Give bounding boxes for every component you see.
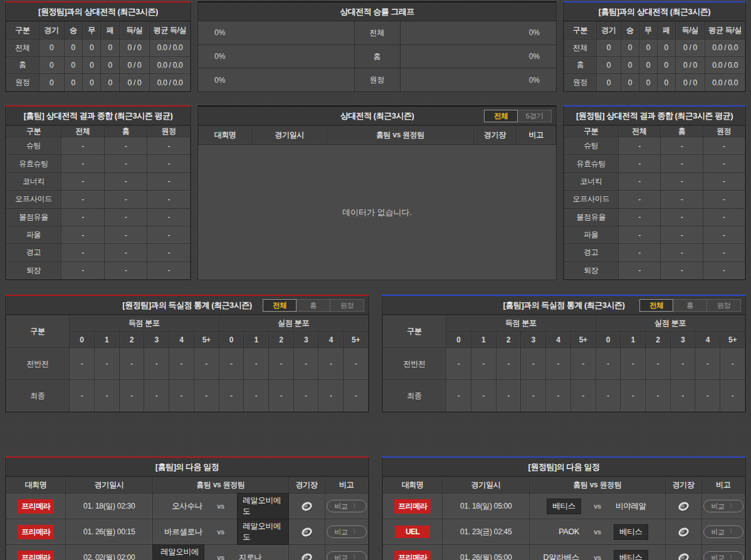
match-stats-page: [원정팀]과의 상대전적 (최근3시즌) 구분경기승무패득/실평균 득/실 전체… <box>0 0 751 560</box>
compare-button[interactable]: 비교〉 <box>703 500 743 512</box>
away-winrate-pct: 0% <box>529 28 540 37</box>
stat-cell: - <box>570 348 596 380</box>
column-header: 5+ <box>720 332 745 348</box>
away-summary-table: 구분전체홈원정 슈팅---유효슈팅---코너킥---오프사이드---볼점유율--… <box>564 125 745 280</box>
schedule-row: UEL 01. 23(금) 02:45 PAOK vs 베티스 비교〉 <box>383 519 745 545</box>
stat-cell: 0 <box>39 40 64 57</box>
home-summary-table: 구분전체홈원정 슈팅---유효슈팅---코너킥---오프사이드---볼점유율--… <box>6 125 191 280</box>
panel-away-summary: [원정팀] 상대전적 결과 종합 (최근3시즌 평균) 구분전체홈원정 슈팅--… <box>563 105 746 280</box>
empty-message: 데이터가 없습니다. <box>198 145 556 280</box>
panel-home-schedule: [홈팀]의 다음 일정 대회명경기일시홈팀 vs 원정팀경기장비고 프리메라 0… <box>5 457 369 560</box>
table-row: 전반전------------ <box>6 348 369 380</box>
tab-home[interactable]: 홈 <box>673 299 707 312</box>
away-schedule-title: [원정팀]의 다음 일정 <box>382 458 745 477</box>
tab-all[interactable]: 전체 <box>639 299 673 312</box>
stat-cell: - <box>596 380 621 412</box>
column-header: 1 <box>244 332 269 348</box>
tab-all[interactable]: 전체 <box>484 110 518 122</box>
stat-cell: - <box>618 155 661 172</box>
column-header: 무 <box>639 22 657 40</box>
row-label: 유효슈팅 <box>564 155 619 172</box>
stat-cell: - <box>661 137 703 155</box>
stat-cell: - <box>61 208 105 226</box>
h2h-list-header-table: 대회명경기일시홈팀 vs 원정팀경기장비고 <box>198 125 556 145</box>
stat-cell: - <box>703 208 745 226</box>
column-header: 2 <box>496 332 521 348</box>
stat-cell: 0 <box>621 40 639 57</box>
stat-cell: - <box>194 380 219 412</box>
panel-h2h-vs-home: [홈팀]과의 상대전적 (최근3시즌) 구분경기승무패득/실평균 득/실 전체0… <box>563 1 746 92</box>
column-header: 전체 <box>61 126 105 137</box>
stat-cell: 0 <box>82 40 100 57</box>
tab-away[interactable]: 원정 <box>330 299 364 312</box>
schedule-row: 프리메라 01. 26(월) 00:15 바르셀로나 vs 레알오비에도 비교 <box>6 519 369 545</box>
schedule-row: 프리메라 01. 18(일) 02:30 오사수나 vs 레알오비에도 비교〉 <box>6 494 369 519</box>
column-header: 홈팀 vs 원정팀 <box>327 126 474 145</box>
stadium-icon[interactable] <box>300 526 313 538</box>
stat-cell: - <box>318 380 344 412</box>
row-label: 퇴장 <box>564 262 619 279</box>
h2h-vs-away-table: 구분경기승무패득/실평균 득/실 전체00000 / 00.0 / 0.0홈00… <box>6 21 191 92</box>
match-datetime: 01. 18(일) 05:00 <box>443 494 530 519</box>
compare-label: 비교 <box>335 553 348 560</box>
stat-cell: - <box>703 191 745 208</box>
stat-cell: - <box>618 191 661 208</box>
stat-cell: - <box>119 380 144 412</box>
stat-cell: - <box>104 262 147 279</box>
column-header: 경기일시 <box>252 126 327 145</box>
stat-cell: - <box>703 226 745 243</box>
compare-button[interactable]: 비교〉 <box>327 526 367 538</box>
row-label: 전체 <box>6 40 39 57</box>
stadium-icon[interactable] <box>677 526 690 538</box>
compare-button[interactable]: 비교〉 <box>327 500 367 512</box>
away-winrate-bar-area: 0% <box>401 45 557 68</box>
vs-label: vs <box>588 528 607 536</box>
vs-label: vs <box>588 554 607 560</box>
tab-all[interactable]: 전체 <box>263 299 297 312</box>
column-header: 경기장 <box>665 477 701 494</box>
compare-button[interactable]: 비교〉 <box>327 551 367 560</box>
compare-label: 비교 <box>712 553 725 560</box>
panel-h2h-vs-away: [원정팀]과의 상대전적 (최근3시즌) 구분경기승무패득/실평균 득/실 전체… <box>5 1 191 92</box>
stadium-icon[interactable] <box>300 500 313 512</box>
stat-cell: - <box>147 191 191 208</box>
row-label: 유효슈팅 <box>6 155 61 172</box>
tab-last5[interactable]: 5경기 <box>518 110 552 122</box>
table-row: 볼점유율--- <box>564 208 745 226</box>
compare-button[interactable]: 비교〉 <box>703 526 743 538</box>
tab-away[interactable]: 원정 <box>707 299 741 312</box>
column-header: 3 <box>144 332 169 348</box>
stat-cell: 0 <box>39 56 64 74</box>
column-header: 득/실 <box>675 22 705 40</box>
stadium-icon[interactable] <box>677 552 690 560</box>
winrate-row-home: 0% 홈 0% <box>198 45 556 69</box>
compare-button[interactable]: 비교〉 <box>703 551 743 560</box>
stat-cell: 0 <box>64 56 82 74</box>
row-label: 볼점유율 <box>6 208 61 226</box>
stadium-icon[interactable] <box>300 552 313 560</box>
match-datetime: 01. 23(금) 02:45 <box>443 519 530 545</box>
compare-label: 비교 <box>712 502 725 511</box>
stat-cell: - <box>618 208 661 226</box>
league-badge: 프리메라 <box>18 551 54 560</box>
stat-cell: - <box>94 380 119 412</box>
stat-cell: - <box>720 348 745 380</box>
row-goal-stats: [원정팀]과의 득실점 통계 (최근3시즌) 전체 홈 원정 구분 득점 분포 … <box>5 295 746 413</box>
row-label: 전반전 <box>383 348 446 380</box>
table-row: 유효슈팅--- <box>6 155 191 172</box>
row-label: 최종 <box>6 380 70 412</box>
stat-cell: - <box>244 380 269 412</box>
stat-cell: - <box>521 380 546 412</box>
column-header: 5+ <box>194 332 219 348</box>
league-badge: 프리메라 <box>18 525 54 539</box>
home-schedule-table: 대회명경기일시홈팀 vs 원정팀경기장비고 프리메라 01. 18(일) 02:… <box>6 477 369 560</box>
stat-cell: - <box>147 172 191 190</box>
stat-cell: - <box>720 380 745 412</box>
column-header: 0 <box>596 332 621 348</box>
stat-cell: - <box>621 348 646 380</box>
stadium-icon[interactable] <box>677 500 690 512</box>
stat-cell: 0 <box>82 74 100 92</box>
table-row: 파울--- <box>564 226 745 243</box>
tab-home[interactable]: 홈 <box>297 299 330 312</box>
stat-cell: - <box>695 380 720 412</box>
